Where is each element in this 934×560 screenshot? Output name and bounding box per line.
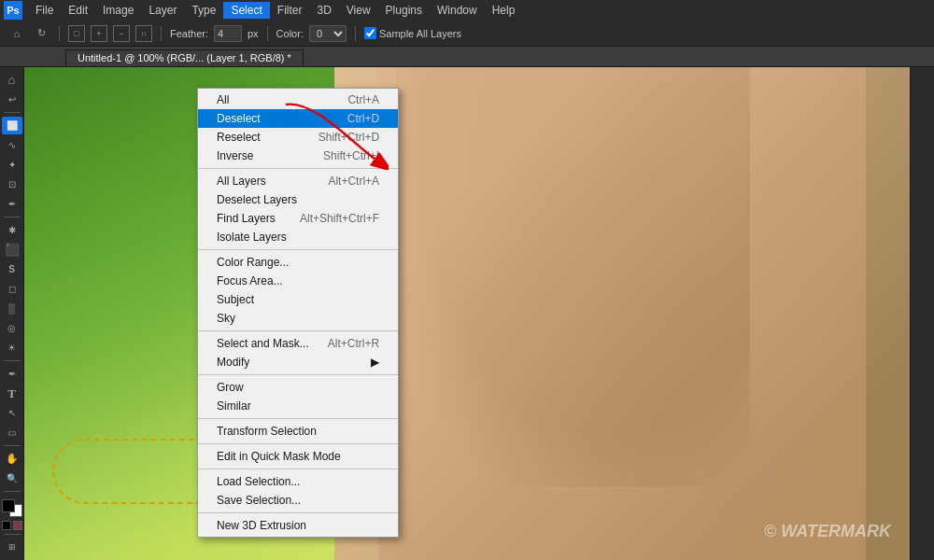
menu-bar: Ps File Edit Image Layer Type Select Fil…: [0, 0, 934, 21]
toolbar-separator-4: [355, 26, 356, 41]
menu-layer[interactable]: Layer: [141, 2, 184, 19]
home-icon[interactable]: ⌂: [7, 24, 26, 43]
home-tool[interactable]: ⌂: [2, 71, 22, 89]
menu-item-all-layers[interactable]: All Layers Alt+Ctrl+A: [198, 172, 398, 190]
options-toolbar: ⌂ ↻ □ + − ∩ Feather: px Color: 0 Sample …: [0, 21, 934, 47]
foreground-color-swatch[interactable]: [2, 499, 15, 512]
menu-item-subject[interactable]: Subject: [198, 290, 398, 309]
shape-tool[interactable]: ▭: [2, 424, 22, 441]
main-area: ⌂ ↩ ⬜ ∿ ✦ ⊡ ✒ ✱ ⬛ S ◻ ▒ ◎ ☀ ✒ T ↖ ▭ ✋ 🔍: [0, 67, 934, 560]
add-selection-btn[interactable]: +: [91, 25, 107, 42]
select-dropdown-menu: All Ctrl+A Deselect Ctrl+D Reselect Shif…: [197, 88, 399, 538]
menu-item-color-range[interactable]: Color Range...: [198, 253, 398, 272]
magic-wand-tool[interactable]: ✦: [2, 156, 22, 174]
feather-label: Feather:: [170, 28, 208, 39]
color-select[interactable]: 0: [309, 25, 347, 42]
menu-item-save-selection[interactable]: Save Selection...: [198, 491, 398, 510]
path-selection-tool[interactable]: ↖: [2, 404, 22, 422]
menu-help[interactable]: Help: [485, 2, 523, 19]
color-label: Color:: [276, 28, 304, 39]
app-icon: Ps: [4, 1, 22, 20]
type-tool[interactable]: T: [2, 385, 22, 402]
menu-item-all[interactable]: All Ctrl+A: [198, 91, 398, 109]
menu-item-modify[interactable]: Modify ▶: [198, 353, 398, 371]
menu-item-load-selection[interactable]: Load Selection...: [198, 472, 398, 491]
menu-image[interactable]: Image: [95, 2, 141, 19]
subtract-selection-btn[interactable]: −: [113, 25, 130, 42]
menu-plugins[interactable]: Plugins: [378, 2, 430, 19]
lasso-tool[interactable]: ∿: [2, 136, 22, 154]
menu-filter[interactable]: Filter: [270, 2, 310, 19]
toolbar-separator: [59, 26, 60, 41]
marquee-tool[interactable]: ⬜: [2, 117, 22, 134]
rotate-icon[interactable]: ↻: [32, 24, 50, 43]
watermark: © WATERMARK: [764, 522, 891, 541]
menu-item-deselect-layers[interactable]: Deselect Layers: [198, 190, 398, 209]
menu-view[interactable]: View: [339, 2, 378, 19]
quick-mask-on[interactable]: [13, 521, 22, 530]
menu-separator-6: [198, 443, 398, 444]
blur-tool[interactable]: ◎: [2, 319, 22, 337]
undo-tool[interactable]: ↩: [2, 91, 22, 108]
menu-3d[interactable]: 3D: [309, 2, 338, 19]
zoom-tool[interactable]: 🔍: [2, 469, 22, 487]
menu-separator-2: [198, 249, 398, 250]
canvas-area: © WATERMARK All Ctrl+A Deselect Ctrl+D R…: [24, 67, 910, 560]
menu-type[interactable]: Type: [184, 2, 223, 19]
menu-item-deselect[interactable]: Deselect Ctrl+D: [198, 109, 398, 128]
menu-file[interactable]: File: [28, 2, 61, 19]
menu-item-isolate-layers[interactable]: Isolate Layers: [198, 228, 398, 246]
menu-item-reselect[interactable]: Reselect Shift+Ctrl+D: [198, 128, 398, 147]
menu-separator-3: [198, 330, 398, 331]
dodge-tool[interactable]: ☀: [2, 339, 22, 357]
eraser-tool[interactable]: ◻: [2, 280, 22, 298]
menu-item-focus-area[interactable]: Focus Area...: [198, 272, 398, 290]
tool-separator-6: [4, 534, 21, 535]
toolbar-separator-3: [267, 26, 268, 41]
crop-tool[interactable]: ⊡: [2, 175, 22, 193]
new-selection-btn[interactable]: □: [68, 25, 85, 42]
feather-input[interactable]: [214, 25, 242, 42]
submenu-arrow-icon: ▶: [371, 356, 379, 369]
gradient-tool[interactable]: ▒: [2, 300, 22, 317]
tools-panel: ⌂ ↩ ⬜ ∿ ✦ ⊡ ✒ ✱ ⬛ S ◻ ▒ ◎ ☀ ✒ T ↖ ▭ ✋ 🔍: [0, 67, 24, 560]
menu-separator-4: [198, 374, 398, 375]
eyedropper-tool[interactable]: ✒: [2, 195, 22, 213]
healing-tool[interactable]: ✱: [2, 221, 22, 239]
tool-separator-2: [4, 217, 21, 217]
menu-separator-8: [198, 512, 398, 513]
right-panel: [910, 67, 934, 560]
color-swatches[interactable]: [2, 499, 22, 517]
menu-item-inverse[interactable]: Inverse Shift+Ctrl+I: [198, 147, 398, 165]
feather-unit: px: [248, 28, 259, 39]
tab-bar: Untitled-1 @ 100% (RGB/... (Layer 1, RGB…: [0, 47, 934, 67]
hand-tool[interactable]: ✋: [2, 450, 22, 468]
document-tab[interactable]: Untitled-1 @ 100% (RGB/... (Layer 1, RGB…: [65, 49, 304, 66]
menu-separator-1: [198, 168, 398, 169]
menu-item-find-layers[interactable]: Find Layers Alt+Shift+Ctrl+F: [198, 209, 398, 228]
quick-mask-off[interactable]: [2, 521, 11, 530]
menu-window[interactable]: Window: [430, 2, 485, 19]
sample-all-layers-checkbox[interactable]: Sample All Layers: [364, 27, 461, 39]
menu-select[interactable]: Select: [223, 2, 269, 19]
tool-separator-4: [4, 445, 21, 446]
menu-item-similar[interactable]: Similar: [198, 397, 398, 415]
tool-separator-5: [4, 491, 21, 492]
pen-tool[interactable]: ✒: [2, 365, 22, 383]
tool-separator-3: [4, 360, 21, 361]
toolbar-separator-2: [161, 26, 162, 41]
brush-tool[interactable]: ⬛: [2, 241, 22, 259]
menu-item-transform-selection[interactable]: Transform Selection: [198, 422, 398, 441]
menu-item-select-mask[interactable]: Select and Mask... Alt+Ctrl+R: [198, 334, 398, 353]
stamp-tool[interactable]: S: [2, 260, 22, 278]
menu-separator-7: [198, 469, 398, 469]
menu-item-grow[interactable]: Grow: [198, 378, 398, 397]
menu-edit[interactable]: Edit: [61, 2, 95, 19]
menu-item-quick-mask[interactable]: Edit in Quick Mask Mode: [198, 447, 398, 466]
tool-separator: [4, 112, 21, 113]
change-screen-mode[interactable]: ⊞: [2, 539, 22, 556]
menu-item-sky[interactable]: Sky: [198, 309, 398, 328]
menu-item-3d-extrusion[interactable]: New 3D Extrusion: [198, 516, 398, 535]
menu-separator-5: [198, 418, 398, 419]
intersect-selection-btn[interactable]: ∩: [135, 25, 152, 42]
